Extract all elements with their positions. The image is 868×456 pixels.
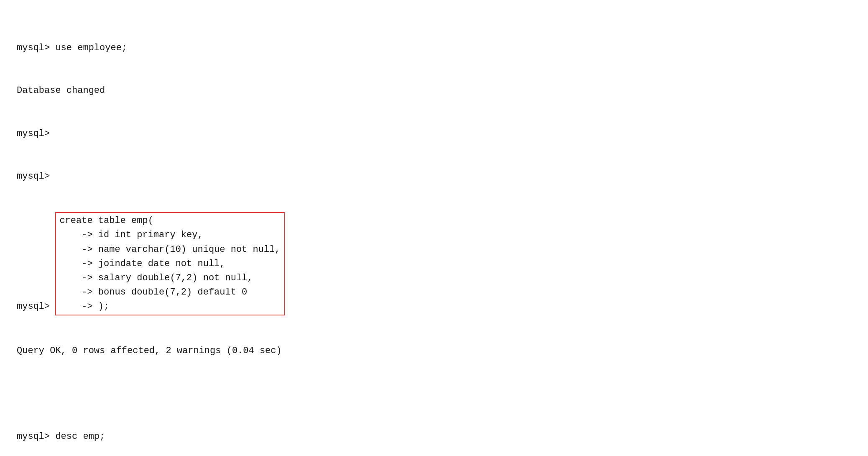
line-database-changed: Database changed: [17, 84, 851, 98]
line-mysql-prompt-2: mysql>: [17, 169, 851, 184]
line-desc-emp: mysql> desc emp;: [17, 430, 851, 444]
create-table-block: create table emp( -> id int primary key,…: [55, 212, 284, 315]
line-blank: [17, 387, 851, 401]
create-line-1: create table emp( -> id int primary key,…: [59, 215, 280, 312]
terminal-output: mysql> use employee; Database changed my…: [17, 13, 851, 456]
line-mysql-prompt-create: mysql> create table emp( -> id int prima…: [17, 212, 851, 315]
line-use-employee: mysql> use employee;: [17, 41, 851, 55]
line-mysql-prompt-1: mysql>: [17, 127, 851, 141]
mysql-prompt-text: mysql>: [17, 301, 55, 312]
line-query-ok: Query OK, 0 rows affected, 2 warnings (0…: [17, 344, 851, 358]
